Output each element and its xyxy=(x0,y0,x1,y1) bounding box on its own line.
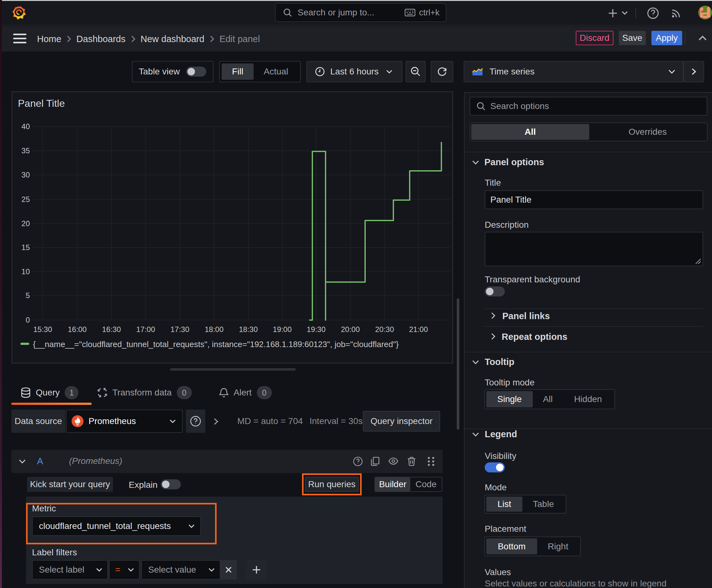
svg-text:5: 5 xyxy=(26,291,30,300)
svg-text:35: 35 xyxy=(21,146,30,155)
svg-text:15:30: 15:30 xyxy=(33,325,52,334)
svg-text:18:00: 18:00 xyxy=(205,325,223,334)
svg-text:16:30: 16:30 xyxy=(102,325,121,334)
svg-text:15: 15 xyxy=(21,243,30,252)
svg-text:20:00: 20:00 xyxy=(341,325,360,334)
svg-text:17:00: 17:00 xyxy=(136,325,155,334)
svg-text:40: 40 xyxy=(21,122,30,131)
svg-text:16:00: 16:00 xyxy=(68,325,87,334)
svg-text:20:30: 20:30 xyxy=(375,325,394,334)
svg-text:17:30: 17:30 xyxy=(170,325,189,334)
svg-text:25: 25 xyxy=(21,195,30,204)
svg-text:0: 0 xyxy=(26,316,30,324)
svg-text:30: 30 xyxy=(21,171,30,179)
svg-text:{__name__="cloudflared_tunnel_: {__name__="cloudflared_tunnel_total_requ… xyxy=(33,339,399,349)
svg-text:19:30: 19:30 xyxy=(307,325,326,334)
svg-text:19:00: 19:00 xyxy=(273,325,292,334)
svg-text:18:30: 18:30 xyxy=(239,325,258,334)
svg-text:21:00: 21:00 xyxy=(409,325,428,334)
svg-text:10: 10 xyxy=(21,267,30,276)
svg-text:20: 20 xyxy=(21,219,30,228)
